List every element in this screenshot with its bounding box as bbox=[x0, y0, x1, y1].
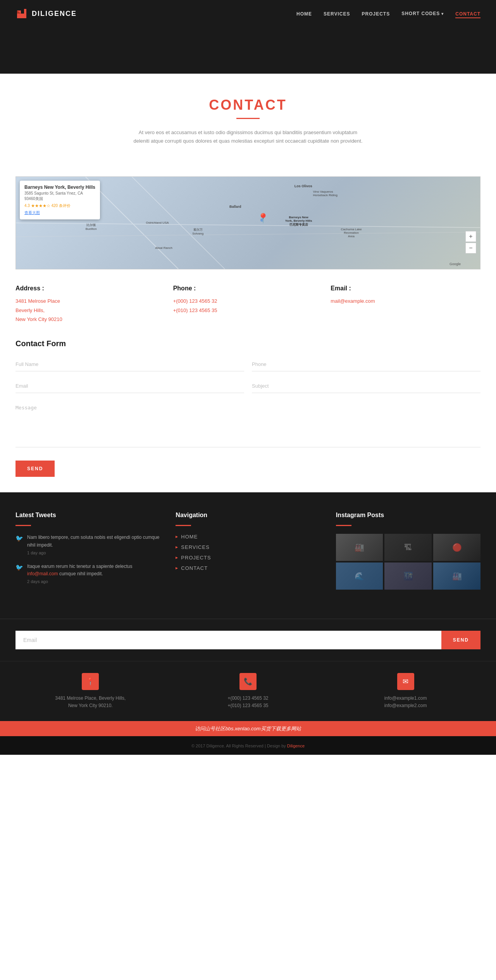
footer-nav-contact[interactable]: CONTACT bbox=[176, 565, 320, 571]
footer-nav-link-home[interactable]: HOME bbox=[181, 534, 198, 540]
phone-number2: +(010) 123 4565 35 bbox=[173, 307, 217, 313]
footer-email-text: info@example1.com info@example2.com bbox=[384, 695, 427, 709]
contact-title-black: CONT bbox=[209, 97, 253, 113]
contact-form: SEND bbox=[16, 357, 480, 477]
tweets-title: Latest Tweets bbox=[16, 512, 160, 519]
footer-nav-underline bbox=[176, 525, 191, 526]
tweet-time-1: 1 day ago bbox=[27, 550, 160, 555]
instagram-underline bbox=[336, 525, 351, 526]
map-label-solvang: 索尔万Solvang bbox=[192, 228, 203, 235]
location-icon: 📍 bbox=[82, 673, 99, 690]
address-text: 3481 Melrose Place Beverly Hills, New Yo… bbox=[16, 297, 165, 324]
footer-address-text: 3481 Melrose Place, Beverly Hills, New Y… bbox=[55, 695, 126, 709]
footer-nav-projects[interactable]: PROJECTS bbox=[176, 555, 320, 561]
instagram-grid: 🏭 🏗 🔴 🌊 🌃 🏭 bbox=[336, 534, 480, 590]
map-google-label: Google bbox=[450, 262, 461, 266]
map-popup-rating: 4.3 ★★★★☆ 420 条评价 bbox=[24, 203, 95, 209]
footer-nav-section: Navigation HOME SERVICES PROJECTS CONTAC… bbox=[176, 512, 320, 592]
nav-link-contact[interactable]: CONTACT bbox=[455, 11, 480, 18]
address-line3: New York City 90210 bbox=[16, 316, 62, 322]
subscribe-button[interactable]: SEND bbox=[441, 631, 480, 649]
watermark-section: 访问山号社区bbs.xenlao.com买货下载更多网站 bbox=[0, 721, 496, 736]
footer-phone-text: +(000) 123 4565 32 +(010) 123 4565 35 bbox=[227, 695, 268, 709]
instagram-item-2[interactable]: 🏗 bbox=[384, 534, 432, 561]
email-col: Email : mail@example.com bbox=[331, 285, 480, 324]
subscribe-section: SEND bbox=[0, 619, 496, 661]
tweet-text-2: Itaque earum rerum hic tenetur a sapient… bbox=[27, 563, 160, 578]
address-line2: Beverly Hills, bbox=[16, 307, 45, 313]
tweet-item-1: 🐦 Nam libero tempore, cum soluta nobis e… bbox=[16, 534, 160, 555]
phone-input[interactable] bbox=[252, 357, 480, 371]
instagram-item-1[interactable]: 🏭 bbox=[336, 534, 383, 561]
send-button[interactable]: SEND bbox=[16, 461, 55, 477]
contact-title: CONTACT bbox=[16, 97, 480, 113]
map-popup-title: Barneys New York, Beverly Hills bbox=[24, 185, 95, 190]
copyright-link[interactable]: Diligence bbox=[287, 744, 305, 748]
footer-info-email: ✉ info@example1.com info@example2.com bbox=[331, 673, 480, 709]
email-input[interactable] bbox=[16, 379, 244, 393]
nav-item-contact[interactable]: CONTACT bbox=[455, 10, 480, 17]
map-popup-address: 3585 Sagunto St, Santa Ynez, CA93460美国 bbox=[24, 191, 95, 202]
map-pin: 📍 bbox=[257, 213, 269, 224]
copyright-section: © 2017 Diligence. All Rights Reserved | … bbox=[0, 736, 496, 755]
tweets-section: Latest Tweets 🐦 Nam libero tempore, cum … bbox=[16, 512, 160, 592]
tweet-time-2: 2 days ago bbox=[27, 579, 160, 584]
phone-col: Phone : +(000) 123 4565 32 +(010) 123 45… bbox=[173, 285, 323, 324]
nav-link-home[interactable]: HOME bbox=[296, 11, 312, 17]
form-section: Contact Form SEND bbox=[0, 331, 496, 492]
nav-item-home[interactable]: HOME bbox=[296, 10, 312, 17]
map-label-barneys: Barneys NewYork, Beverly Hills巴尼斯专卖店 bbox=[285, 216, 312, 227]
footer-info-phone: 📞 +(000) 123 4565 32 +(010) 123 4565 35 bbox=[173, 673, 323, 709]
footer-nav-link-projects[interactable]: PROJECTS bbox=[181, 555, 211, 561]
subject-input[interactable] bbox=[252, 379, 480, 393]
subscribe-input[interactable] bbox=[16, 631, 441, 649]
footer-nav-title: Navigation bbox=[176, 512, 320, 519]
map-label-vino: Vino VaquerosHorseback Riding bbox=[313, 190, 338, 197]
form-title: Contact Form bbox=[16, 339, 480, 348]
nav-item-shortcodes[interactable]: SHORT CODES bbox=[401, 11, 444, 16]
svg-line-6 bbox=[16, 232, 480, 237]
nav-link-services[interactable]: SERVICES bbox=[324, 11, 350, 17]
phone-icon: 📞 bbox=[239, 673, 257, 690]
footer-nav-home[interactable]: HOME bbox=[176, 534, 320, 540]
tweet-item-2: 🐦 Itaque earum rerum hic tenetur a sapie… bbox=[16, 563, 160, 584]
map-label-cachuma: Cachuma LakeRecreationArea bbox=[341, 228, 362, 238]
footer-nav-list: HOME SERVICES PROJECTS CONTACT bbox=[176, 534, 320, 571]
footer-nav-link-contact[interactable]: CONTACT bbox=[181, 565, 208, 571]
map-container[interactable]: Los Olivos Ballard 比尔顿Buellton 索尔万Solvan… bbox=[16, 176, 480, 269]
instagram-item-5[interactable]: 🌃 bbox=[384, 562, 432, 590]
nav-link-shortcodes[interactable]: SHORT CODES bbox=[401, 11, 444, 16]
contact-underline bbox=[236, 118, 260, 119]
map-label-ballard: Ballard bbox=[229, 205, 241, 209]
email-icon: ✉ bbox=[397, 673, 414, 690]
address-col: Address : 3481 Melrose Place Beverly Hil… bbox=[16, 285, 165, 324]
map-zoom-out[interactable]: − bbox=[465, 243, 476, 254]
nav-item-services[interactable]: SERVICES bbox=[324, 10, 350, 17]
map-label-losolivos: Los Olivos bbox=[294, 184, 312, 188]
map-zoom-in[interactable]: + bbox=[465, 231, 476, 242]
instagram-item-6[interactable]: 🏭 bbox=[433, 562, 480, 590]
tweet-link[interactable]: info@mail.com bbox=[27, 571, 58, 576]
nav-link-projects[interactable]: PROJECTS bbox=[362, 11, 390, 17]
contact-section: CONTACT At vero eos et accusamus et iust… bbox=[0, 74, 496, 176]
footer-nav-link-services[interactable]: SERVICES bbox=[181, 544, 210, 550]
instagram-item-3[interactable]: 🔴 bbox=[433, 534, 480, 561]
contact-description: At vero eos et accusamus et iusto odio d… bbox=[132, 128, 364, 145]
twitter-icon-1: 🐦 bbox=[16, 535, 23, 555]
map-label-alisal: Alisal Ranch bbox=[155, 246, 172, 250]
nav-item-projects[interactable]: PROJECTS bbox=[362, 10, 390, 17]
footer-grid: Latest Tweets 🐦 Nam libero tempore, cum … bbox=[16, 512, 480, 592]
fullname-input[interactable] bbox=[16, 357, 244, 371]
map-popup-link[interactable]: 查看大图 bbox=[24, 210, 95, 216]
tweets-underline bbox=[16, 525, 31, 526]
map-background: Los Olivos Ballard 比尔顿Buellton 索尔万Solvan… bbox=[16, 177, 480, 269]
phone-number1: +(000) 123 4565 32 bbox=[173, 298, 217, 304]
footer-info: 📍 3481 Melrose Place, Beverly Hills, New… bbox=[0, 661, 496, 721]
logo[interactable]: DILIGENCE bbox=[16, 7, 77, 20]
instagram-item-4[interactable]: 🌊 bbox=[336, 562, 383, 590]
instagram-title: Instagram Posts bbox=[336, 512, 480, 519]
message-input[interactable] bbox=[16, 401, 480, 447]
phone-text: +(000) 123 4565 32 +(010) 123 4565 35 bbox=[173, 297, 323, 315]
footer-nav-services[interactable]: SERVICES bbox=[176, 544, 320, 550]
address-section: Address : 3481 Melrose Place Beverly Hil… bbox=[0, 269, 496, 331]
